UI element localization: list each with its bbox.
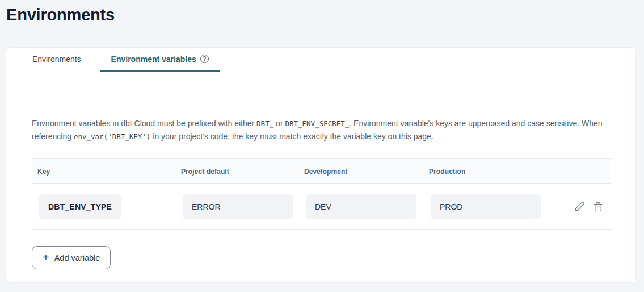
tab-environments-label: Environments (32, 55, 81, 64)
trash-icon (593, 202, 603, 212)
column-header-project-default: Project default (175, 168, 298, 176)
code-dbt-prefix: DBT_ (256, 119, 273, 128)
code-env-var-example: env_var('DBT_KEY') (74, 132, 150, 141)
description-text: Environment variables in dbt Cloud must … (32, 117, 612, 143)
add-variable-label: Add variable (54, 253, 100, 262)
add-variable-button[interactable]: + Add variable (32, 246, 111, 269)
tab-bar: Environments Environment variables ? (6, 48, 635, 72)
variable-key-value: DBT_ENV_TYPE (39, 194, 121, 219)
tab-environment-variables-label: Environment variables (111, 55, 196, 64)
environment-variables-table: Key Project default Development Producti… (32, 158, 611, 230)
project-default-value: ERROR (183, 194, 293, 219)
tab-environment-variables[interactable]: Environment variables ? (100, 48, 220, 72)
code-dbt-env-secret-prefix: DBT_ENV_SECRET_ (285, 119, 349, 128)
table-row: DBT_ENV_TYPE ERROR DEV PROD (32, 184, 611, 230)
pencil-icon (574, 201, 585, 212)
help-circle-icon[interactable]: ? (200, 55, 209, 63)
column-header-key: Key (32, 168, 175, 176)
plus-icon: + (43, 252, 49, 263)
tab-panel-environment-variables: Environment variables in dbt Cloud must … (6, 117, 635, 269)
description-part: or (273, 119, 285, 128)
page-title: Environments (6, 5, 644, 25)
description-part: in your project's code, the key must mat… (150, 132, 433, 141)
development-value: DEV (306, 194, 416, 219)
column-header-development: Development (298, 168, 423, 176)
production-value: PROD (431, 194, 541, 219)
environments-card: Environments Environment variables ? Env… (6, 47, 636, 283)
delete-variable-button[interactable] (593, 202, 603, 212)
edit-variable-button[interactable] (574, 201, 585, 212)
column-header-production: Production (423, 168, 537, 176)
tab-environments[interactable]: Environments (21, 48, 92, 72)
description-part: Environment variables in dbt Cloud must … (32, 119, 256, 128)
table-header-row: Key Project default Development Producti… (32, 159, 611, 184)
